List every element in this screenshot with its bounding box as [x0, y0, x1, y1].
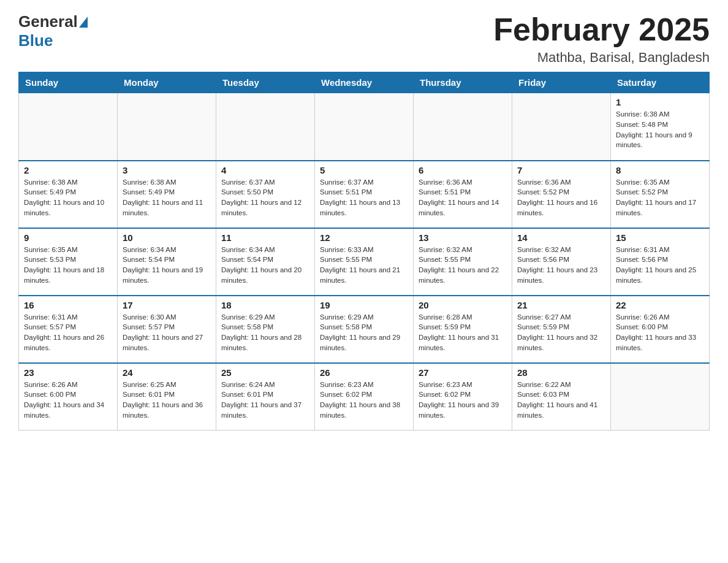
day-number: 22: [616, 300, 704, 310]
calendar-cell: 3Sunrise: 6:38 AMSunset: 5:49 PMDaylight…: [118, 161, 216, 228]
day-number: 23: [24, 367, 112, 378]
location: Mathba, Barisal, Bangladesh: [493, 50, 710, 66]
day-info: Sunrise: 6:28 AMSunset: 5:59 PMDaylight:…: [419, 312, 507, 353]
day-info: Sunrise: 6:38 AMSunset: 5:49 PMDaylight:…: [24, 177, 112, 218]
calendar-cell: [118, 93, 216, 161]
calendar-cell: 27Sunrise: 6:23 AMSunset: 6:02 PMDayligh…: [414, 363, 512, 431]
day-number: 5: [320, 165, 408, 175]
day-info: Sunrise: 6:22 AMSunset: 6:03 PMDaylight:…: [517, 380, 605, 421]
weekday-header-tuesday: Tuesday: [216, 72, 315, 93]
calendar-cell: 22Sunrise: 6:26 AMSunset: 6:00 PMDayligh…: [611, 296, 710, 363]
calendar-cell: 26Sunrise: 6:23 AMSunset: 6:02 PMDayligh…: [315, 363, 414, 431]
day-number: 8: [616, 165, 704, 175]
day-info: Sunrise: 6:29 AMSunset: 5:58 PMDaylight:…: [221, 312, 309, 353]
day-number: 1: [616, 97, 704, 107]
day-number: 10: [123, 232, 211, 243]
day-number: 15: [616, 232, 704, 243]
calendar-cell: 9Sunrise: 6:35 AMSunset: 5:53 PMDaylight…: [19, 228, 118, 296]
calendar-cell: [512, 93, 611, 161]
calendar-cell: 15Sunrise: 6:31 AMSunset: 5:56 PMDayligh…: [611, 228, 710, 296]
week-row-1: 1Sunrise: 6:38 AMSunset: 5:48 PMDaylight…: [19, 93, 710, 161]
weekday-header-wednesday: Wednesday: [315, 72, 414, 93]
weekday-header-monday: Monday: [118, 72, 216, 93]
month-title: February 2025: [493, 12, 710, 47]
calendar-cell: 6Sunrise: 6:36 AMSunset: 5:51 PMDaylight…: [414, 161, 512, 228]
day-number: 13: [419, 232, 507, 243]
calendar-cell: 20Sunrise: 6:28 AMSunset: 5:59 PMDayligh…: [414, 296, 512, 363]
calendar-cell: 21Sunrise: 6:27 AMSunset: 5:59 PMDayligh…: [512, 296, 611, 363]
day-info: Sunrise: 6:27 AMSunset: 5:59 PMDaylight:…: [517, 312, 605, 353]
calendar-cell: 4Sunrise: 6:37 AMSunset: 5:50 PMDaylight…: [216, 161, 315, 228]
week-row-4: 16Sunrise: 6:31 AMSunset: 5:57 PMDayligh…: [19, 296, 710, 363]
day-info: Sunrise: 6:31 AMSunset: 5:57 PMDaylight:…: [24, 312, 112, 353]
calendar-cell: [414, 93, 512, 161]
day-info: Sunrise: 6:34 AMSunset: 5:54 PMDaylight:…: [123, 245, 211, 286]
calendar-cell: 10Sunrise: 6:34 AMSunset: 5:54 PMDayligh…: [118, 228, 216, 296]
calendar-cell: 8Sunrise: 6:35 AMSunset: 5:52 PMDaylight…: [611, 161, 710, 228]
day-number: 20: [419, 300, 507, 310]
day-info: Sunrise: 6:26 AMSunset: 6:00 PMDaylight:…: [24, 380, 112, 421]
calendar-cell: [19, 93, 118, 161]
day-info: Sunrise: 6:38 AMSunset: 5:48 PMDaylight:…: [616, 109, 704, 150]
weekday-header-friday: Friday: [512, 72, 611, 93]
day-number: 24: [123, 367, 211, 378]
day-number: 16: [24, 300, 112, 310]
logo-blue-text: Blue: [18, 31, 53, 50]
logo-general-text: General: [18, 12, 78, 31]
day-info: Sunrise: 6:30 AMSunset: 5:57 PMDaylight:…: [123, 312, 211, 353]
calendar-cell: 5Sunrise: 6:37 AMSunset: 5:51 PMDaylight…: [315, 161, 414, 228]
day-number: 25: [221, 367, 309, 378]
day-number: 18: [221, 300, 309, 310]
calendar-cell: 13Sunrise: 6:32 AMSunset: 5:55 PMDayligh…: [414, 228, 512, 296]
day-number: 14: [517, 232, 605, 243]
calendar-cell: [611, 363, 710, 431]
page-header: General Blue February 2025 Mathba, Baris…: [18, 12, 710, 66]
logo: General Blue: [18, 12, 89, 50]
day-number: 11: [221, 232, 309, 243]
day-info: Sunrise: 6:31 AMSunset: 5:56 PMDaylight:…: [616, 245, 704, 286]
day-number: 2: [24, 165, 112, 175]
week-row-2: 2Sunrise: 6:38 AMSunset: 5:49 PMDaylight…: [19, 161, 710, 228]
day-number: 21: [517, 300, 605, 310]
day-info: Sunrise: 6:26 AMSunset: 6:00 PMDaylight:…: [616, 312, 704, 353]
calendar-cell: 1Sunrise: 6:38 AMSunset: 5:48 PMDaylight…: [611, 93, 710, 161]
calendar-cell: 14Sunrise: 6:32 AMSunset: 5:56 PMDayligh…: [512, 228, 611, 296]
calendar-cell: 18Sunrise: 6:29 AMSunset: 5:58 PMDayligh…: [216, 296, 315, 363]
day-number: 6: [419, 165, 507, 175]
day-info: Sunrise: 6:35 AMSunset: 5:52 PMDaylight:…: [616, 177, 704, 218]
logo-triangle-icon: [79, 17, 88, 28]
day-number: 7: [517, 165, 605, 175]
day-number: 17: [123, 300, 211, 310]
day-info: Sunrise: 6:23 AMSunset: 6:02 PMDaylight:…: [320, 380, 408, 421]
day-info: Sunrise: 6:24 AMSunset: 6:01 PMDaylight:…: [221, 380, 309, 421]
day-info: Sunrise: 6:29 AMSunset: 5:58 PMDaylight:…: [320, 312, 408, 353]
calendar-cell: 16Sunrise: 6:31 AMSunset: 5:57 PMDayligh…: [19, 296, 118, 363]
calendar-cell: 28Sunrise: 6:22 AMSunset: 6:03 PMDayligh…: [512, 363, 611, 431]
day-info: Sunrise: 6:25 AMSunset: 6:01 PMDaylight:…: [123, 380, 211, 421]
calendar-cell: 2Sunrise: 6:38 AMSunset: 5:49 PMDaylight…: [19, 161, 118, 228]
day-number: 12: [320, 232, 408, 243]
day-info: Sunrise: 6:23 AMSunset: 6:02 PMDaylight:…: [419, 380, 507, 421]
day-info: Sunrise: 6:32 AMSunset: 5:55 PMDaylight:…: [419, 245, 507, 286]
week-row-5: 23Sunrise: 6:26 AMSunset: 6:00 PMDayligh…: [19, 363, 710, 431]
calendar-header-row: SundayMondayTuesdayWednesdayThursdayFrid…: [19, 72, 710, 93]
day-info: Sunrise: 6:32 AMSunset: 5:56 PMDaylight:…: [517, 245, 605, 286]
day-number: 26: [320, 367, 408, 378]
calendar-cell: 23Sunrise: 6:26 AMSunset: 6:00 PMDayligh…: [19, 363, 118, 431]
day-info: Sunrise: 6:37 AMSunset: 5:51 PMDaylight:…: [320, 177, 408, 218]
calendar-cell: 12Sunrise: 6:33 AMSunset: 5:55 PMDayligh…: [315, 228, 414, 296]
day-number: 27: [419, 367, 507, 378]
calendar-cell: [216, 93, 315, 161]
day-number: 3: [123, 165, 211, 175]
calendar-cell: 7Sunrise: 6:36 AMSunset: 5:52 PMDaylight…: [512, 161, 611, 228]
weekday-header-sunday: Sunday: [19, 72, 118, 93]
day-number: 28: [517, 367, 605, 378]
day-number: 4: [221, 165, 309, 175]
day-info: Sunrise: 6:35 AMSunset: 5:53 PMDaylight:…: [24, 245, 112, 286]
weekday-header-saturday: Saturday: [611, 72, 710, 93]
day-info: Sunrise: 6:38 AMSunset: 5:49 PMDaylight:…: [123, 177, 211, 218]
day-number: 9: [24, 232, 112, 243]
day-number: 19: [320, 300, 408, 310]
weekday-header-thursday: Thursday: [414, 72, 512, 93]
calendar-cell: [315, 93, 414, 161]
